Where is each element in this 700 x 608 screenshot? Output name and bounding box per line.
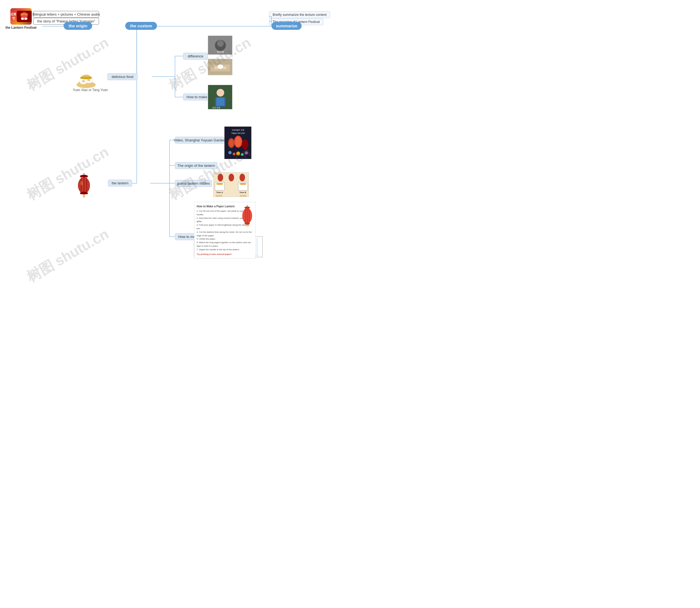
svg-point-5 [26,13,28,16]
bilingual-node: Bilingual letters + pictures + Chinese a… [33,11,99,18]
svg-line-114 [248,225,249,227]
svg-point-80 [229,139,234,147]
lantern-node: the lantern [108,180,132,187]
svg-text:启动    结束: 启动 结束 [212,107,220,109]
lantern-decoration [75,173,93,198]
watermark-1: 树图 shutu.cn [23,33,112,95]
svg-point-81 [235,137,241,146]
svg-point-49 [217,40,224,47]
svg-point-79 [242,139,248,149]
svg-rect-59 [216,98,225,106]
svg-point-84 [236,152,240,155]
svg-point-103 [242,195,244,197]
svg-text:Team B: Team B [239,191,246,193]
svg-point-101 [220,195,222,197]
svg-point-90 [239,174,245,181]
svg-point-89 [229,174,234,181]
svg-point-86 [245,151,248,154]
origin-node[interactable]: the origin [64,22,92,30]
svg-point-55 [218,64,223,69]
svg-point-111 [245,222,250,225]
svg-point-57 [217,89,224,97]
svg-rect-70 [80,193,88,194]
svg-text:猜灯谜: 猜灯谜 [218,183,222,185]
lantern-card: How to Make a Paper Lantern 1. Cut off o… [194,202,256,259]
svg-text:happy new year: happy new year [231,132,245,134]
thumb-riddles: 猜灯谜 猜灯谜 Team A Team B [213,172,249,197]
svg-text:2023兔年·元宵: 2023兔年·元宵 [232,129,245,131]
svg-point-4 [20,13,22,16]
thumb-people-making [208,59,232,75]
svg-point-82 [228,151,232,154]
guess-riddles-node: guess lantern riddles [175,180,212,187]
svg-point-104 [244,195,246,197]
svg-point-68 [81,181,83,186]
svg-point-85 [241,153,244,156]
svg-point-88 [218,174,223,181]
festival-logo-image: 元宵节 [11,8,32,25]
thumb-wrapping: 包出来 [208,36,232,55]
svg-text:猜灯谜: 猜灯谜 [241,183,245,185]
svg-point-83 [233,153,235,155]
svg-point-99 [216,195,218,197]
svg-point-100 [218,195,220,197]
briefly-summarize-node: Briefly summarize the lecture content [269,12,330,18]
festival-title-label: the Lantern Festival [5,26,36,30]
svg-text:Team A: Team A [216,191,223,193]
svg-point-102 [240,195,242,197]
thumb-yuyuan: 2023兔年·元宵 happy new year [224,126,252,159]
mind-map-lines [0,0,350,304]
how-to-make-food-node: How to make [183,94,211,100]
svg-text:包出来: 包出来 [217,51,224,53]
svg-rect-63 [80,176,88,177]
svg-point-44 [82,80,85,82]
svg-line-112 [246,225,247,227]
svg-point-7 [24,18,27,20]
svg-point-6 [21,18,24,20]
festival-logo: 元宵节 the Lantern Festival [5,8,36,30]
lantern-card-tip: Try printing it onto colored paper! [197,253,253,256]
yuan-xiao-label: Yuan Xiao or Tang Yuan [70,87,111,93]
origin-lantern-node: The origin of the lantern [175,162,217,169]
watermark-3: 树图 shutu.cn [23,142,112,205]
delicious-food-node: delicious food [108,73,138,80]
svg-point-46 [80,77,92,79]
difference-node: difference [183,53,208,60]
summarize-node[interactable]: summarize [272,22,302,30]
custom-node[interactable]: the custom [125,22,157,30]
thumb-how-to-make: 启动 结束 [208,85,232,109]
video-shanghai-node: Video, Shanghai Yuyuan Garden [175,137,224,144]
watermark-5: 树图 shutu.cn [23,225,112,287]
